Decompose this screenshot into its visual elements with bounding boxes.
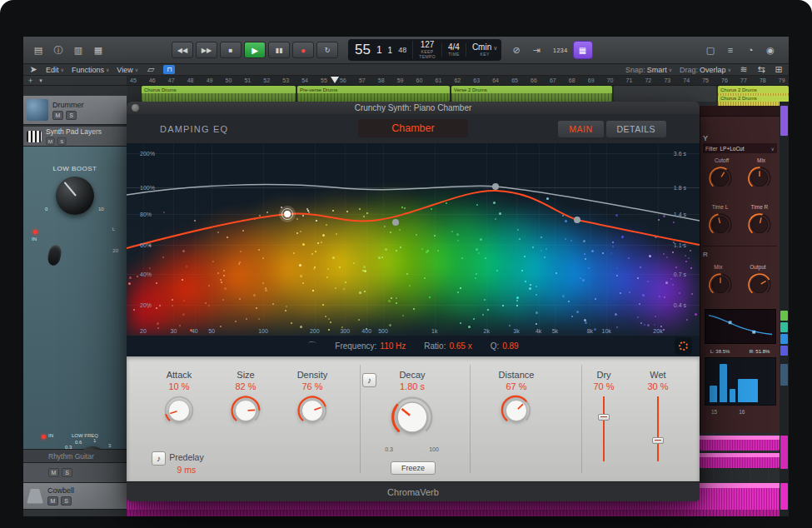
notifications-icon[interactable]: ◔	[742, 42, 759, 57]
region[interactable]: Pre-verse Drums	[297, 86, 450, 102]
selected-eq-node[interactable]	[284, 211, 291, 217]
mini-region[interactable]	[780, 334, 788, 344]
attack-knob[interactable]	[144, 395, 214, 426]
damping-eq-label[interactable]: DAMPING EQ	[160, 124, 228, 134]
cycle-button[interactable]: ↻	[316, 42, 338, 58]
size-knob[interactable]	[211, 395, 281, 426]
tab-main[interactable]: MAIN	[558, 121, 603, 137]
solo-button[interactable]: S	[61, 496, 72, 506]
spectrum-visualizer[interactable]: 200%100%80%60%40%20%3.6 s1.8 s1.4 s1.1 s…	[127, 143, 700, 336]
cutoff-knob[interactable]	[708, 166, 733, 192]
curve-shape-icon[interactable]: ⌒	[307, 340, 316, 352]
low-boost-knob[interactable]	[56, 177, 94, 215]
snap-dropdown[interactable]: Snap: Smart ∨	[625, 66, 672, 74]
waveform-zoom-icon[interactable]: ≋	[739, 62, 749, 77]
track-header-drummer[interactable]: Drummer M S	[23, 96, 127, 125]
eq-node[interactable]	[574, 217, 580, 223]
solo-button[interactable]: S	[62, 468, 72, 477]
musical-typing-button[interactable]: ▦	[573, 41, 593, 59]
track-header-rhythm[interactable]: Rhythm Guitar	[23, 450, 127, 463]
midi-region-partial[interactable]	[127, 510, 789, 516]
density-knob[interactable]	[277, 395, 347, 426]
mini-region[interactable]	[780, 483, 788, 510]
envelope-graph[interactable]	[705, 309, 776, 344]
editors-icon[interactable]: ▦	[90, 42, 107, 57]
list-edit-icon[interactable]: ≡	[722, 42, 739, 57]
lcd-time-signature[interactable]: 4/4 TIME	[441, 43, 460, 57]
playhead-marker[interactable]	[331, 77, 339, 83]
zoom-h-icon[interactable]: ⇆	[756, 62, 766, 77]
inspector-icon[interactable]: ⓘ	[50, 42, 67, 57]
midi-region[interactable]	[700, 453, 780, 468]
zoom-v-icon[interactable]: ⊞	[774, 62, 784, 77]
mini-region[interactable]	[780, 322, 788, 332]
pencil-tool-icon[interactable]: ▱	[146, 62, 156, 77]
mini-region[interactable]	[780, 106, 788, 136]
forward-button[interactable]: ▶▶	[196, 42, 217, 58]
track-header-hidden[interactable]: M S	[23, 463, 127, 483]
pointer-tool-icon[interactable]: ➤	[28, 62, 38, 77]
lcd-tempo[interactable]: 127 KEEP TEMPO	[412, 41, 436, 59]
mini-region[interactable]	[780, 311, 788, 321]
mini-region[interactable]	[780, 346, 788, 356]
punch-icon[interactable]: ⇥	[528, 42, 545, 57]
menu-functions[interactable]: Functions∨	[72, 66, 109, 74]
region[interactable]: Verse 2 Drums	[451, 86, 612, 102]
mute-button[interactable]: M	[47, 496, 58, 506]
rewind-button[interactable]: ◀◀	[172, 42, 193, 58]
mute-button[interactable]: M	[46, 137, 55, 144]
mix-knob[interactable]	[708, 272, 733, 298]
pause-button[interactable]: ▮▮	[268, 42, 290, 58]
track-sort-icon[interactable]: ▾	[39, 77, 42, 84]
track-header-synth[interactable]: Synth Pad Layers M S	[23, 127, 127, 147]
output-knob[interactable]	[747, 272, 772, 298]
drag-dropdown[interactable]: Drag: Overlap ∨	[680, 66, 731, 74]
preset-selector[interactable]: Chamber	[358, 119, 468, 137]
display-icon[interactable]: ▢	[702, 42, 719, 57]
catch-playhead-button[interactable]: ⊓	[163, 65, 175, 74]
play-button[interactable]: ▶	[244, 42, 266, 58]
distance-knob[interactable]	[481, 395, 551, 426]
dry-slider[interactable]	[597, 396, 610, 461]
eq-curve[interactable]	[127, 191, 700, 248]
menu-edit[interactable]: Edit∨	[46, 66, 64, 74]
time-l-knob[interactable]	[708, 212, 733, 238]
freeze-button[interactable]: Freeze	[391, 461, 436, 475]
mixer-icon[interactable]: ▥	[70, 42, 87, 57]
stop-button[interactable]: ■	[220, 42, 242, 58]
count-in-badge[interactable]: 1234	[553, 47, 568, 53]
region-chorus2-lower[interactable]: Chorus 2 Drums	[718, 96, 789, 106]
wet-slider[interactable]	[651, 396, 665, 461]
mini-region[interactable]	[780, 364, 788, 386]
mute-button[interactable]: M	[48, 468, 59, 477]
time-r-knob[interactable]	[747, 212, 772, 238]
slider-handle[interactable]	[598, 414, 610, 421]
tuner-icon[interactable]: ⊘	[508, 42, 525, 57]
plugin-titlebar[interactable]: Crunchy Synth: Piano Chamber	[127, 102, 700, 114]
decay-knob[interactable]	[372, 395, 452, 440]
close-icon[interactable]	[132, 104, 139, 112]
mix-knob[interactable]	[747, 166, 772, 192]
slider-handle[interactable]	[652, 437, 664, 444]
solo-button[interactable]: S	[66, 111, 77, 120]
lcd-display[interactable]: 55 1 1 48 127 KEEP TEMPO 4/4 TIME Cmin ∨	[348, 39, 501, 61]
eq-node[interactable]	[492, 183, 499, 190]
particle-mode-button[interactable]	[675, 337, 692, 355]
filter-dropdown[interactable]: Filter LP+LoCut ∨	[703, 143, 777, 153]
damping-curve[interactable]	[127, 185, 700, 221]
track-header-cowbell[interactable]: Cowbell M S	[23, 483, 127, 510]
mini-region[interactable]	[780, 436, 788, 469]
library-icon[interactable]: ▤	[30, 42, 47, 57]
ruler[interactable]: + ▾ 454647484950515253545556575859606162…	[23, 76, 789, 86]
decay-sync-button[interactable]: ♪	[362, 373, 376, 387]
midi-region[interactable]	[700, 436, 780, 451]
add-track-icon[interactable]: +	[28, 77, 32, 85]
region[interactable]	[614, 86, 716, 102]
menu-view[interactable]: View∨	[117, 66, 138, 74]
account-icon[interactable]: ◉	[762, 42, 779, 57]
eq-node[interactable]	[392, 219, 399, 226]
mute-button[interactable]: M	[52, 111, 63, 120]
solo-button[interactable]: S	[57, 137, 67, 144]
record-button[interactable]: ●	[292, 42, 314, 58]
tab-details[interactable]: DETAILS	[606, 121, 666, 137]
